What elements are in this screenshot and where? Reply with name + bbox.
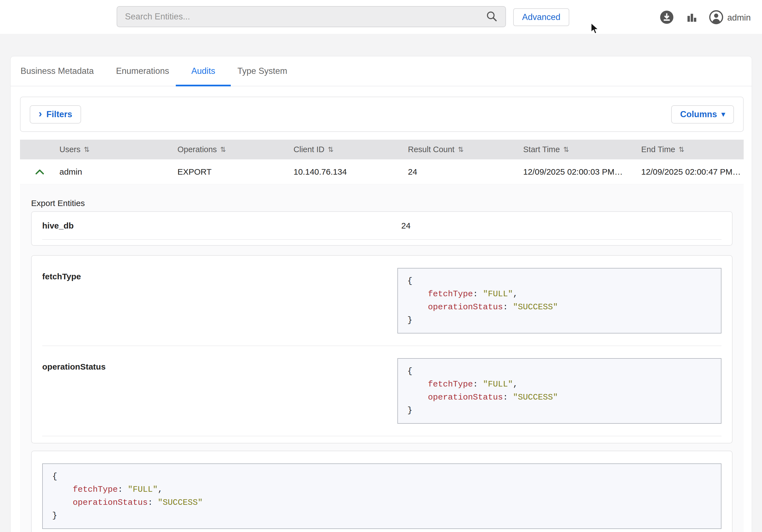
sort-icon: ⇅ — [328, 145, 334, 154]
cell-result-count: 24 — [408, 167, 523, 177]
administration-panel: Business Metadata Enumerations Audits Ty… — [10, 56, 752, 532]
columns-button[interactable]: Columns ▾ — [671, 105, 734, 123]
sort-icon: ⇅ — [563, 145, 569, 154]
table-header-row: Users ⇅ Operations ⇅ Client ID ⇅ Result … — [20, 140, 744, 159]
property-label: operationStatus — [42, 358, 397, 424]
tab-audits[interactable]: Audits — [191, 56, 215, 86]
tab-type-system[interactable]: Type System — [237, 56, 287, 86]
cell-user: admin — [59, 167, 178, 177]
sort-icon: ⇅ — [84, 145, 90, 154]
audit-detail-panel: Export Entities hive_db 24 fetchType { f… — [20, 185, 744, 532]
collapse-row-chevron-up-icon[interactable] — [20, 169, 59, 175]
tab-bar: Business Metadata Enumerations Audits Ty… — [11, 56, 752, 86]
json-snippet: { fetchType: "FULL", operationStatus: "S… — [397, 358, 722, 424]
audits-table: Users ⇅ Operations ⇅ Client ID ⇅ Result … — [20, 140, 744, 185]
column-header-operations[interactable]: Operations ⇅ — [178, 145, 293, 154]
column-header-start-time[interactable]: Start Time ⇅ — [523, 145, 641, 154]
top-bar: Advanced admin — [0, 0, 762, 34]
export-entities-card: hive_db 24 — [31, 211, 732, 246]
table-row[interactable]: admin EXPORT 10.140.76.134 24 12/09/2025… — [20, 159, 744, 185]
caret-down-icon: ▾ — [722, 110, 725, 118]
cell-operation: EXPORT — [178, 167, 293, 177]
json-snippet: { fetchType: "FULL", operationStatus: "S… — [42, 463, 722, 529]
entity-type-label: hive_db — [42, 221, 401, 230]
sort-icon: ⇅ — [220, 145, 226, 154]
advanced-search-button[interactable]: Advanced — [513, 8, 569, 26]
tab-enumerations[interactable]: Enumerations — [116, 56, 169, 86]
raw-result-card: { fetchType: "FULL", operationStatus: "S… — [31, 451, 732, 532]
property-row-operationstatus: operationStatus { fetchType: "FULL", ope… — [42, 346, 722, 436]
user-avatar-icon — [709, 10, 724, 26]
entity-count-row: hive_db 24 — [42, 212, 722, 240]
tab-business-metadata[interactable]: Business Metadata — [21, 56, 94, 86]
column-header-end-time[interactable]: End Time ⇅ — [641, 145, 744, 154]
chevron-right-icon: › — [38, 109, 42, 119]
column-header-client-id[interactable]: Client ID ⇅ — [293, 145, 408, 154]
filters-button-label: Filters — [46, 110, 72, 119]
sort-icon: ⇅ — [458, 145, 464, 154]
download-icon[interactable] — [659, 10, 674, 26]
cell-end-time: 12/09/2025 02:00:47 PM… — [641, 167, 744, 177]
sort-icon: ⇅ — [679, 145, 685, 154]
property-row-fetchtype: fetchType { fetchType: "FULL", operation… — [42, 256, 722, 346]
filters-button[interactable]: › Filters — [30, 105, 81, 123]
cell-start-time: 12/09/2025 02:00:03 PM… — [523, 167, 641, 177]
column-header-result-count[interactable]: Result Count ⇅ — [408, 145, 523, 154]
property-label: fetchType — [42, 268, 397, 334]
cell-client-id: 10.140.76.134 — [293, 167, 408, 177]
columns-button-label: Columns — [680, 110, 717, 119]
search-input[interactable] — [125, 12, 486, 22]
search-box[interactable] — [116, 6, 506, 27]
entity-count-value: 24 — [401, 221, 411, 230]
user-menu[interactable]: admin — [709, 10, 751, 26]
username-label: admin — [727, 13, 751, 23]
table-toolbar: › Filters Columns ▾ — [20, 97, 744, 132]
search-icon[interactable] — [486, 10, 497, 23]
column-header-users[interactable]: Users ⇅ — [59, 145, 178, 154]
result-properties-card: fetchType { fetchType: "FULL", operation… — [31, 255, 732, 443]
statistics-chart-icon[interactable] — [685, 11, 698, 25]
export-entities-title: Export Entities — [31, 185, 732, 208]
json-snippet: { fetchType: "FULL", operationStatus: "S… — [397, 268, 722, 334]
